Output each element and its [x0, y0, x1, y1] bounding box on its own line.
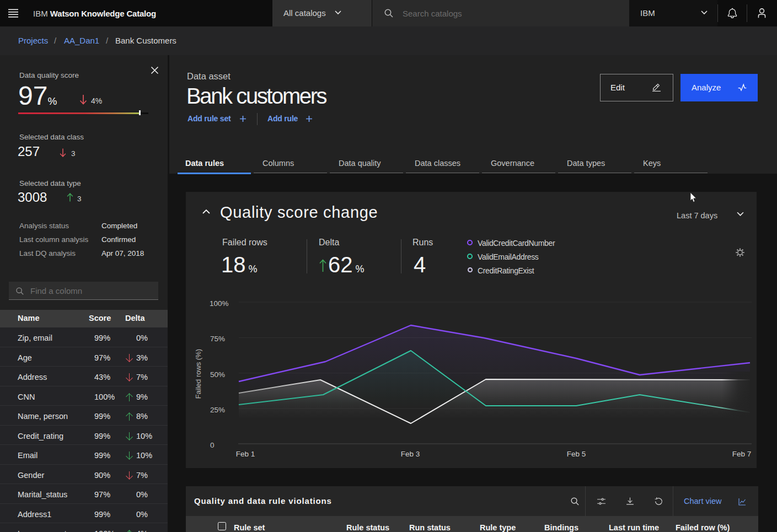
svg-text:Feb 3: Feb 3: [401, 450, 420, 458]
svg-text:75%: 75%: [210, 335, 225, 343]
svg-text:Feb 7: Feb 7: [732, 450, 752, 458]
svg-text:Failed rows (%): Failed rows (%): [194, 349, 202, 399]
svg-text:Feb 5: Feb 5: [567, 450, 586, 458]
svg-text:0: 0: [210, 441, 215, 449]
svg-text:50%: 50%: [210, 370, 225, 379]
svg-text:Feb 1: Feb 1: [236, 450, 255, 458]
svg-text:25%: 25%: [210, 406, 225, 414]
svg-text:100%: 100%: [210, 299, 229, 308]
